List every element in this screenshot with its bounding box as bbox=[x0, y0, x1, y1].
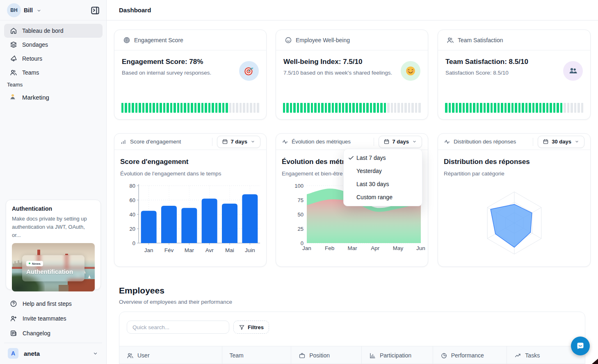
progress-segment bbox=[149, 103, 151, 113]
column-header-position[interactable]: Position bbox=[291, 346, 361, 364]
painting-building bbox=[59, 285, 68, 291]
progress-segment bbox=[328, 103, 330, 113]
distribution-radar-chart bbox=[438, 181, 591, 265]
progress-segment bbox=[373, 103, 375, 113]
date-range-button[interactable]: 7 days bbox=[379, 136, 422, 148]
progress-segment bbox=[539, 103, 542, 113]
progress-segment bbox=[163, 103, 165, 113]
date-range-button[interactable]: 30 days bbox=[538, 136, 584, 148]
progress-segment bbox=[318, 103, 320, 113]
progress-segment bbox=[321, 103, 323, 113]
svg-text:Mai: Mai bbox=[225, 247, 234, 253]
menu-item-yesterday[interactable]: Yesterday bbox=[344, 164, 422, 177]
sidebar-item-sondages[interactable]: Sondages bbox=[4, 38, 103, 52]
progress-segment bbox=[449, 103, 451, 113]
sidebar-collapse-icon[interactable] bbox=[90, 5, 100, 15]
progress-segment bbox=[222, 103, 224, 113]
progress-segment bbox=[522, 103, 524, 113]
filters-button[interactable]: Filtres bbox=[233, 321, 269, 334]
menu-item-custom-range[interactable]: Custom range bbox=[344, 191, 422, 204]
home-icon bbox=[10, 27, 17, 34]
sidebar-item-retours[interactable]: Retours bbox=[4, 52, 103, 66]
date-range-button[interactable]: 7 days bbox=[217, 136, 260, 148]
employees-table-card: Filtres User Team Position Participation… bbox=[119, 312, 585, 364]
authentication-promo-card[interactable]: Authentication Make docs private by sett… bbox=[6, 200, 101, 290]
progress-segment bbox=[167, 103, 169, 113]
column-header-user[interactable]: User bbox=[119, 346, 222, 364]
svg-text:May: May bbox=[393, 245, 404, 251]
progress-segment bbox=[180, 103, 183, 113]
progress-segment bbox=[153, 103, 155, 113]
progress-segment bbox=[470, 103, 472, 113]
chart-card-header-label: Score d'engagement bbox=[130, 139, 181, 145]
metric-card-header-label: Employee Well-being bbox=[296, 37, 350, 43]
progress-segment bbox=[240, 103, 242, 113]
progress-segment bbox=[253, 103, 256, 113]
teams-section-label: Teams bbox=[7, 82, 23, 88]
layers-icon bbox=[10, 41, 17, 48]
progress-segment bbox=[384, 103, 386, 113]
progress-segment bbox=[243, 103, 245, 113]
progress-segment bbox=[356, 103, 358, 113]
sidebar-item-label: Help and first steps bbox=[23, 300, 72, 307]
progress-segment bbox=[173, 103, 176, 113]
progress-segment bbox=[452, 103, 454, 113]
users-icon bbox=[127, 352, 134, 359]
calendar-icon bbox=[543, 139, 549, 145]
chart-card-header-label: Distribution des réponses bbox=[454, 139, 516, 145]
progress-segment bbox=[463, 103, 465, 113]
column-header-participation[interactable]: Participation bbox=[361, 346, 433, 364]
sidebar-item-invite[interactable]: Invite teammates bbox=[4, 312, 103, 325]
menu-item-last-7-days[interactable]: Last 7 days bbox=[344, 151, 422, 164]
sidebar-item-changelog[interactable]: Changelog bbox=[4, 326, 103, 340]
activity-icon bbox=[444, 139, 450, 145]
progress-segment bbox=[233, 103, 235, 113]
metric-card-header: Employee Well-being bbox=[276, 30, 428, 50]
progress-segment bbox=[363, 103, 365, 113]
team-item-label: Marketing bbox=[22, 94, 49, 101]
chart-card-header: Distribution des réponses 30 days bbox=[438, 134, 590, 150]
progress-segment bbox=[142, 103, 144, 113]
progress-segment bbox=[135, 103, 137, 113]
menu-item-last-30-days[interactable]: Last 30 days bbox=[344, 177, 422, 191]
sidebar-item-label: Changelog bbox=[23, 330, 50, 337]
progress-segment bbox=[418, 103, 420, 113]
page-title: Dashboard bbox=[119, 7, 151, 14]
chart-card-header: Score d'engagement 7 days bbox=[114, 134, 266, 150]
progress-segment bbox=[139, 103, 141, 113]
progress-segment bbox=[511, 103, 514, 113]
pie-chart-icon bbox=[441, 352, 447, 359]
column-header-team[interactable]: Team bbox=[222, 346, 291, 364]
user-menu[interactable]: Bill bbox=[24, 7, 33, 14]
progress-segment bbox=[466, 103, 468, 113]
engagement-bar-chart: 020406080JanFévMarAvrMaiJuin bbox=[114, 181, 267, 265]
progress-segment bbox=[325, 103, 327, 113]
progress-segment bbox=[480, 103, 482, 113]
progress-segment bbox=[339, 103, 341, 113]
sidebar-item-tableau-de-bord[interactable]: Tableau de bord bbox=[4, 24, 103, 38]
progress-segment bbox=[229, 103, 231, 113]
progress-segment bbox=[342, 103, 344, 113]
promo-image-title: Authentification bbox=[26, 268, 80, 275]
chat-widget-button[interactable] bbox=[571, 337, 590, 355]
sidebar-item-teams[interactable]: Teams bbox=[4, 66, 103, 80]
metric-card-header-label: Team Satisfaction bbox=[458, 37, 503, 43]
chevron-down-icon bbox=[92, 350, 98, 357]
progress-segment bbox=[219, 103, 221, 113]
workspace-switcher[interactable]: A aneta bbox=[4, 346, 102, 361]
sidebar-item-help[interactable]: Help and first steps bbox=[4, 297, 103, 311]
metric-title: Engagement Score: 78% bbox=[122, 58, 203, 66]
svg-text:Mar: Mar bbox=[185, 247, 194, 253]
progress-segment bbox=[411, 103, 413, 113]
progress-segment bbox=[491, 103, 493, 113]
user-avatar[interactable]: BH bbox=[7, 3, 21, 17]
search-input[interactable] bbox=[127, 321, 229, 334]
progress-segment bbox=[494, 103, 496, 113]
column-header-performance[interactable]: Performance bbox=[433, 346, 507, 364]
changelog-icon bbox=[10, 330, 17, 337]
metric-subtitle: Based on internal survey responses. bbox=[122, 70, 211, 76]
progress-segment bbox=[160, 103, 162, 113]
metric-subtitle: Satisfaction Score: 8.5/10 bbox=[445, 70, 509, 76]
progress-segment bbox=[498, 103, 500, 113]
sidebar-item-marketing[interactable]: Marketing bbox=[4, 91, 103, 103]
